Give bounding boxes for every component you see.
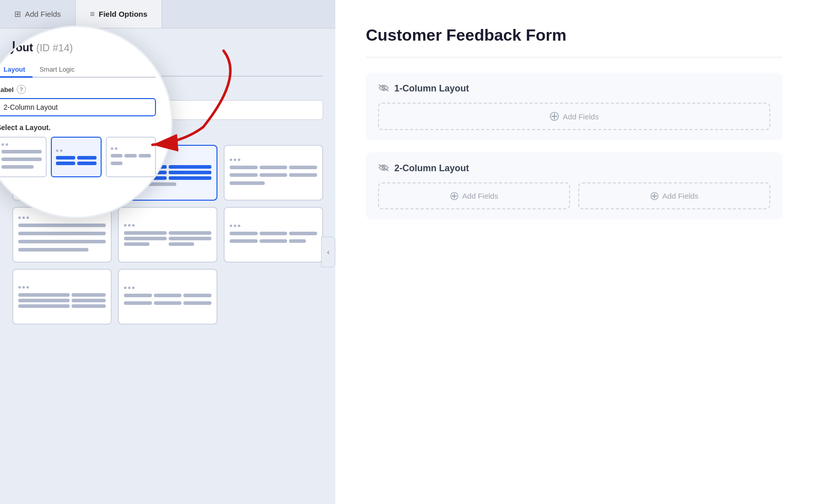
spotlight-card-1col[interactable] — [0, 137, 47, 177]
spotlight-label-row: Label ? — [0, 85, 156, 94]
section-1col: 1-Column Layout Add Fields — [366, 73, 783, 140]
tab-field-options-label: Field Options — [99, 10, 147, 18]
spotlight-label-input[interactable] — [0, 98, 156, 116]
spotlight-layout-grid — [0, 137, 156, 177]
add-fields-btn-2col-right[interactable]: Add Fields — [578, 182, 770, 209]
eye-slash-icon-2col — [378, 163, 389, 174]
spotlight-card-2col[interactable] — [51, 137, 101, 177]
chevron-left-icon: ‹ — [327, 248, 330, 256]
spotlight-id: (ID #14) — [36, 42, 73, 53]
tab-add-fields[interactable]: ⊞ Add Fields — [0, 0, 76, 28]
eye-slash-icon-1col — [378, 83, 389, 94]
tab-bar: ⊞ Add Fields ≡ Field Options — [0, 0, 335, 28]
collapse-panel-button[interactable]: ‹ — [321, 237, 335, 267]
spotlight-tab-layout[interactable]: Layout — [0, 62, 33, 78]
layout-card-7[interactable] — [12, 269, 112, 325]
spotlight-tab-smart-logic[interactable]: Smart Logic — [33, 62, 82, 77]
layout-card-8[interactable] — [118, 269, 217, 325]
add-fields-btn-2col-left[interactable]: Add Fields — [378, 182, 570, 209]
sliders-icon: ≡ — [90, 10, 95, 19]
layout-card-3col[interactable] — [224, 145, 323, 201]
spotlight-select-label: Select a Layout. — [0, 123, 156, 132]
spotlight-card-3col[interactable] — [106, 137, 156, 177]
form-title: Customer Feedback Form — [366, 25, 783, 45]
form-divider — [366, 57, 783, 57]
right-panel: Customer Feedback Form 1-Column Layout A… — [335, 0, 813, 504]
add-fields-label-1col: Add Fields — [563, 112, 599, 121]
layout-card-6[interactable] — [224, 207, 323, 263]
section-2col-title: 2-Column Layout — [378, 163, 770, 174]
spotlight-inner-tabs: Layout Smart Logic — [0, 62, 156, 78]
left-panel: ⊞ Add Fields ≡ Field Options Layout (ID … — [0, 0, 335, 504]
add-fields-label-2col-right: Add Fields — [663, 192, 699, 200]
spotlight-help-icon[interactable]: ? — [17, 85, 26, 94]
section-2col-label: 2-Column Layout — [394, 163, 469, 174]
layout-card-5[interactable] — [118, 207, 217, 263]
spotlight-title: Layout (ID #14) — [0, 41, 156, 54]
two-col-add-fields: Add Fields Add Fields — [378, 182, 770, 209]
tab-add-fields-label: Add Fields — [25, 10, 61, 18]
add-fields-btn-1col[interactable]: Add Fields — [378, 103, 770, 130]
section-1col-label: 1-Column Layout — [394, 83, 469, 94]
section-1col-title: 1-Column Layout — [378, 83, 770, 94]
tab-field-options[interactable]: ≡ Field Options — [76, 0, 162, 28]
add-fields-label-2col-left: Add Fields — [462, 192, 498, 200]
grid-icon: ⊞ — [14, 9, 21, 19]
section-2col: 2-Column Layout Add Fields Add Fields — [366, 152, 783, 219]
